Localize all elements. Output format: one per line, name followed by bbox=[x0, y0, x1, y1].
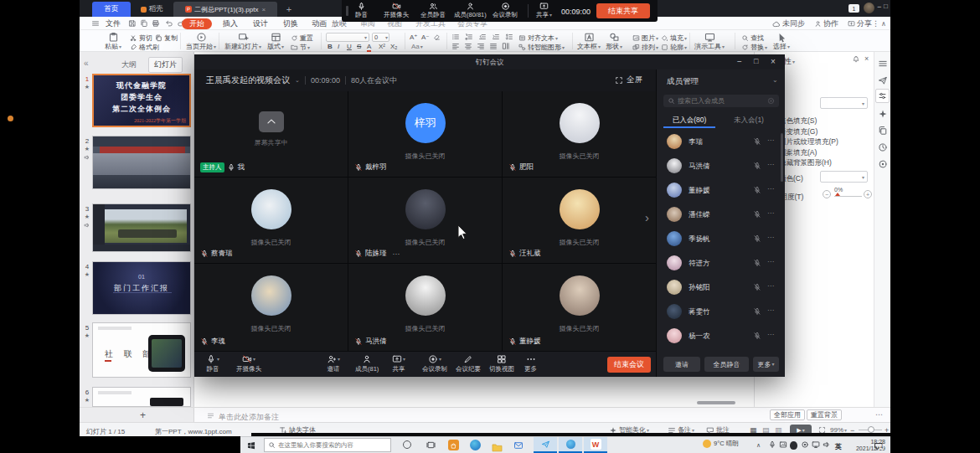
sidebar-menu-icon[interactable] bbox=[878, 59, 888, 69]
bell-icon[interactable] bbox=[852, 55, 860, 64]
align-right-icon[interactable] bbox=[477, 42, 485, 50]
slide-thumbnail-4[interactable]: 01 部门工作汇报 bbox=[92, 261, 191, 315]
cut-button[interactable]: 剪切 bbox=[130, 33, 152, 43]
switch-view-button[interactable]: 切换视图 bbox=[489, 354, 514, 373]
sidebar-properties-active[interactable] bbox=[875, 89, 890, 103]
tab-home[interactable]: 首页 bbox=[92, 2, 131, 17]
taskbar-search-box[interactable] bbox=[264, 438, 391, 452]
member-row[interactable]: 符进方⋯ bbox=[657, 251, 786, 275]
muted-mic-icon[interactable] bbox=[753, 332, 761, 340]
more-menu-icon[interactable]: ⋮ bbox=[872, 19, 879, 28]
user-avatar[interactable] bbox=[864, 3, 874, 13]
start-button[interactable] bbox=[246, 440, 256, 450]
tab-docer[interactable]: 稻壳 bbox=[133, 2, 170, 17]
camera-button[interactable]: ▾开摄像头 bbox=[236, 354, 261, 373]
member-more-icon[interactable]: ⋯ bbox=[767, 258, 774, 265]
member-row[interactable]: 季扬帆⋯ bbox=[657, 227, 786, 251]
taskbar-search-input[interactable] bbox=[278, 441, 387, 449]
more-button[interactable]: 更多 bbox=[524, 354, 537, 373]
slide-thumbnail-3[interactable] bbox=[92, 203, 191, 252]
member-more-icon[interactable]: ⋯ bbox=[767, 282, 774, 290]
alpha-slider-track[interactable] bbox=[834, 196, 862, 197]
member-row[interactable]: 蒋雯竹⋯ bbox=[657, 300, 786, 324]
fill-type-dropdown[interactable]: ▾ bbox=[820, 97, 868, 109]
running-app-browser[interactable] bbox=[559, 437, 582, 453]
close-panel-icon[interactable]: × bbox=[864, 54, 869, 63]
clear-search-icon[interactable] bbox=[767, 97, 775, 105]
present-tools-button[interactable]: 演示工具▾ bbox=[694, 32, 725, 50]
play-from-current-button[interactable]: 当页开始▾ bbox=[186, 32, 216, 50]
slide-thumbnail-5[interactable]: 社 联 部 bbox=[92, 322, 191, 378]
meeting-float-bar[interactable]: 静音 开摄像头 全员静音 成员(80/81) 会议录制 共享▾ 00:09:00… bbox=[342, 0, 658, 22]
tray-qq-icon[interactable] bbox=[790, 441, 797, 450]
float-mute-all-button[interactable]: 全员静音 bbox=[420, 2, 446, 18]
strikethrough-button[interactable]: S bbox=[357, 43, 361, 50]
sidebar-send-icon[interactable] bbox=[878, 75, 888, 85]
members-button[interactable]: 成员(81) bbox=[355, 354, 379, 373]
ribbon-tab-start[interactable]: 开始 bbox=[182, 18, 212, 29]
muted-mic-icon[interactable] bbox=[753, 234, 761, 243]
panel-more-icon[interactable]: ⋯ bbox=[875, 410, 883, 419]
float-record-button[interactable]: 会议录制 bbox=[493, 2, 518, 18]
arrange-button[interactable]: 排列▾ bbox=[632, 43, 658, 52]
copy-button[interactable]: 复制 bbox=[155, 33, 178, 43]
member-row[interactable]: 李瑞⋯ bbox=[657, 130, 786, 154]
video-tile-self[interactable]: 屏幕共享中 主持人我 bbox=[194, 91, 348, 178]
meeting-minimize-button[interactable]: − bbox=[737, 57, 742, 66]
more-button[interactable]: 更多▾ bbox=[753, 357, 779, 372]
video-tile[interactable]: 梓羽 摄像头已关闭 戴梓羽 bbox=[348, 91, 503, 178]
member-more-icon[interactable]: ⋯ bbox=[767, 161, 774, 168]
video-tile[interactable]: 摄像头已关闭 董静媛 bbox=[503, 264, 656, 351]
tray-image-icon[interactable] bbox=[779, 440, 787, 449]
font-family-combobox[interactable]: ▾ bbox=[326, 33, 369, 42]
select-button[interactable]: 选择▾ bbox=[773, 32, 790, 50]
bold-button[interactable]: B bbox=[328, 43, 333, 50]
member-more-icon[interactable]: ⋯ bbox=[767, 331, 774, 338]
apply-all-button[interactable]: 全部应用 bbox=[770, 409, 805, 420]
fill-button[interactable]: 填充▾ bbox=[661, 33, 687, 43]
member-row[interactable]: 潘佳嵘⋯ bbox=[657, 203, 786, 227]
collaborate-button[interactable]: 协作 bbox=[810, 18, 843, 29]
paste-button[interactable]: 粘贴▾ bbox=[105, 32, 121, 50]
font-size-combobox[interactable]: 0▾ bbox=[372, 33, 389, 42]
meeting-subtitle[interactable]: 王晨禹发起的视频会议 bbox=[206, 75, 290, 86]
end-share-button[interactable]: 结束共享 bbox=[596, 3, 650, 18]
hide-background-checkbox[interactable]: 隐藏背景图形(H) bbox=[779, 158, 832, 168]
member-more-icon[interactable]: ⋯ bbox=[767, 136, 774, 144]
weather-widget[interactable]: 9°C 晴朗 bbox=[703, 440, 739, 448]
next-page-chevron[interactable]: › bbox=[645, 210, 649, 224]
member-search-input[interactable] bbox=[678, 97, 765, 105]
format-painter-button[interactable]: 格式刷 bbox=[130, 43, 159, 52]
mail-app-icon[interactable] bbox=[513, 440, 524, 450]
window-maximize-button[interactable]: □ bbox=[884, 3, 888, 10]
mute-button[interactable]: ▾静音 bbox=[206, 354, 219, 373]
text-direction-icon[interactable] bbox=[502, 42, 510, 50]
more-icon[interactable]: ⋯ bbox=[393, 250, 400, 258]
store-app-icon[interactable] bbox=[448, 440, 459, 450]
alpha-minus-button[interactable]: − bbox=[823, 190, 831, 198]
outline-button[interactable]: 轮廓▾ bbox=[661, 43, 687, 52]
slide-thumbnail-1[interactable]: 现代金融学院 团委学生会 第二次全体例会 2021-2022学年第一学期 bbox=[92, 74, 191, 127]
member-more-icon[interactable]: ⋯ bbox=[767, 306, 774, 314]
font-color-button[interactable]: A bbox=[367, 43, 371, 52]
video-tile[interactable]: 摄像头已关闭 肥阳 bbox=[503, 91, 656, 178]
color-dropdown[interactable]: ▾ bbox=[820, 171, 868, 183]
justify-icon[interactable] bbox=[489, 42, 498, 50]
collapse-ribbon-icon[interactable]: ∧ bbox=[881, 20, 886, 28]
tray-mic-icon[interactable] bbox=[768, 440, 776, 449]
tab-document[interactable]: P 二例总PPT(1)(3).pptx × bbox=[173, 2, 277, 17]
float-members-button[interactable]: 成员(80/81) bbox=[454, 2, 487, 18]
replace-button[interactable]: 替换▾ bbox=[741, 43, 767, 52]
ime-indicator[interactable]: 英 bbox=[835, 442, 842, 451]
italic-button[interactable]: I bbox=[338, 43, 339, 50]
layout-button[interactable]: 版式▾ bbox=[267, 32, 284, 50]
muted-mic-icon[interactable] bbox=[753, 162, 761, 170]
slide-thumbnail-2[interactable] bbox=[92, 136, 191, 189]
section-button[interactable]: 节▾ bbox=[291, 43, 310, 52]
close-tab-icon[interactable]: × bbox=[261, 6, 266, 13]
decrease-indent-icon[interactable] bbox=[478, 33, 487, 41]
notification-center-button[interactable]: 4 bbox=[874, 440, 884, 453]
window-minimize-button[interactable]: − bbox=[877, 3, 881, 11]
float-mute-button[interactable]: 静音 bbox=[355, 2, 368, 18]
slide-thumbnail-6[interactable] bbox=[92, 387, 191, 407]
